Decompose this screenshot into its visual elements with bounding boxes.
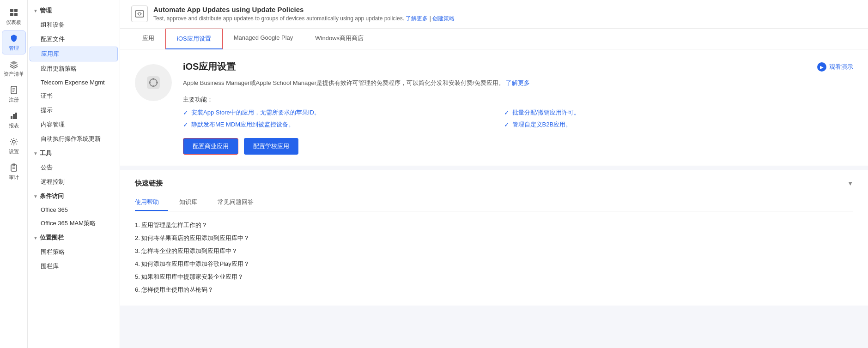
tab-ios-settings[interactable]: iOS应用设置 — [165, 29, 223, 49]
faq-list: 1. 应用管理是怎样工作的？ 2. 如何将苹果商店的应用添加到应用库中？ 3. … — [135, 219, 853, 296]
faq-item-4: 4. 如何添加在应用库中添加谷歌Play应用？ — [135, 258, 853, 270]
nav-item-settings[interactable]: 设置 — [2, 134, 26, 158]
sidebar-item-office365[interactable]: Office 365 — [30, 204, 118, 216]
update-policy-banner: Automate App Updates using Update Polici… — [120, 0, 868, 29]
nav-label-assets: 资产清单 — [4, 71, 24, 78]
sidebar: ▼ 管理 组和设备 配置文件 应用库 应用更新策略 Telecom Expens… — [28, 0, 120, 348]
sidebar-section-manage[interactable]: ▼ 管理 — [28, 4, 120, 18]
feature-item-2: ✓ 批量分配/撤销应用许可。 — [504, 108, 807, 117]
features-title: 主要功能： — [183, 96, 806, 104]
sidebar-item-office365-mam[interactable]: Office 365 MAM策略 — [30, 216, 118, 230]
sidebar-section-geofence[interactable]: ▼ 位置围栏 — [28, 231, 120, 245]
feature-item-1: ✓ 安装App Store中的应用，无需所要求的苹果ID。 — [183, 108, 486, 117]
svg-rect-2 — [10, 13, 13, 16]
svg-point-16 — [138, 12, 141, 15]
quick-links-tab-faq[interactable]: 常见问题回答 — [218, 194, 263, 211]
ios-learn-more-link[interactable]: 了解更多 — [506, 79, 530, 86]
sidebar-item-profile[interactable]: 配置文件 — [30, 32, 118, 46]
nav-item-reports[interactable]: 报表 — [2, 108, 26, 132]
sidebar-item-announce[interactable]: 公告 — [30, 161, 118, 174]
tab-content: iOS应用设置 Apple Business Manager或Apple Sch… — [120, 49, 868, 348]
svg-point-20 — [152, 85, 154, 87]
chevron-geofence-icon: ▼ — [33, 235, 38, 240]
sidebar-item-remote-control[interactable]: 远程控制 — [30, 175, 118, 189]
sidebar-section-geofence-label: 位置围栏 — [40, 234, 64, 242]
check-icon-2: ✓ — [504, 109, 510, 116]
nav-item-assets[interactable]: 资产清单 — [2, 56, 26, 80]
svg-rect-3 — [14, 13, 18, 16]
ios-app-icon — [135, 64, 172, 101]
nav-item-manage[interactable]: 管理 — [2, 30, 26, 54]
main-tabs: 应用 iOS应用设置 Managed Google Play Windows商用… — [120, 29, 868, 49]
faq-item-2: 2. 如何将苹果商店的应用添加到应用库中？ — [135, 232, 853, 245]
faq-item-3: 3. 怎样将企业的应用添加到应用库中？ — [135, 245, 853, 258]
action-buttons: 配置商业应用 配置学校应用 — [183, 138, 806, 155]
sidebar-item-telecom[interactable]: Telecom Expense Mgmt — [30, 76, 118, 89]
quick-links-tabs: 使用帮助 知识库 常见问题回答 — [135, 194, 853, 211]
quick-links-title: 快速链接 — [135, 179, 163, 188]
sidebar-item-notify[interactable]: 提示 — [30, 103, 118, 117]
quick-links-tab-help[interactable]: 使用帮助 — [135, 194, 168, 211]
main-content: Automate App Updates using Update Polici… — [120, 0, 868, 348]
tab-google-play[interactable]: Managed Google Play — [223, 29, 304, 49]
ios-details: iOS应用设置 Apple Business Manager或Apple Sch… — [183, 60, 806, 155]
sidebar-item-fence-policy[interactable]: 围栏策略 — [30, 245, 118, 259]
sidebar-item-app-update[interactable]: 应用更新策略 — [30, 62, 118, 76]
svg-rect-15 — [135, 11, 144, 17]
layers-icon — [9, 59, 19, 69]
banner-learn-more-link[interactable]: 了解更多 — [406, 15, 428, 22]
chevron-conditional-icon: ▼ — [33, 194, 38, 199]
banner-title: Automate App Updates using Update Polici… — [153, 6, 455, 13]
quick-links-tab-knowledge[interactable]: 知识库 — [179, 194, 206, 211]
chevron-tools-icon: ▼ — [33, 151, 38, 156]
quick-links-section: 快速链接 ▼ 使用帮助 知识库 常见问题回答 1. 应用管理是怎样工作的？ — [120, 170, 868, 306]
sidebar-section-conditional-label: 条件访问 — [40, 192, 64, 200]
nav-label-audit: 审计 — [9, 174, 19, 181]
nav-label-reports: 报表 — [9, 122, 19, 129]
svg-point-22 — [156, 82, 158, 84]
sidebar-item-content[interactable]: 内容管理 — [30, 118, 118, 132]
banner-subtitle: Test, approve and distribute app updates… — [153, 15, 455, 23]
quick-links-collapse-icon[interactable]: ▼ — [847, 180, 853, 187]
watch-demo-button[interactable]: ▶ 观看演示 — [817, 60, 853, 72]
quick-links-header: 快速链接 ▼ — [135, 179, 853, 188]
nav-label-settings: 设置 — [9, 148, 19, 155]
sidebar-item-app-library[interactable]: 应用库 — [30, 47, 118, 61]
svg-point-19 — [152, 78, 154, 80]
configure-business-button[interactable]: 配置商业应用 — [183, 138, 238, 155]
faq-item-5: 5. 如果和应用库中提那家安装企业应用？ — [135, 270, 853, 283]
feature-item-4: ✓ 管理自定义B2B应用。 — [504, 120, 807, 129]
chevron-manage-icon: ▼ — [33, 8, 38, 13]
gear-icon — [9, 137, 19, 147]
tab-windows-store[interactable]: Windows商用商店 — [304, 29, 375, 49]
sidebar-section-tools[interactable]: ▼ 工具 — [28, 146, 120, 160]
sidebar-item-fence-lib[interactable]: 围栏库 — [30, 259, 118, 273]
banner-create-link[interactable]: 创建策略 — [432, 15, 455, 22]
ios-settings-desc: Apple Business Manager或Apple School Mana… — [183, 78, 806, 88]
svg-rect-9 — [13, 114, 15, 119]
file-text-icon — [9, 85, 19, 95]
sidebar-item-cert[interactable]: 证书 — [30, 89, 118, 103]
sidebar-item-auto-exec[interactable]: 自动执行操作系统更新 — [30, 132, 118, 146]
sidebar-section-conditional[interactable]: ▼ 条件访问 — [28, 189, 120, 203]
nav-label-dashboard: 仪表板 — [6, 19, 21, 26]
faq-item-6: 6. 怎样使用主使用的丛枪码？ — [135, 283, 853, 296]
grid-icon — [9, 7, 19, 18]
ios-settings-title: iOS应用设置 — [183, 60, 806, 73]
play-icon: ▶ — [817, 62, 826, 72]
tab-apps[interactable]: 应用 — [131, 29, 165, 49]
banner-text: Automate App Updates using Update Polici… — [153, 6, 455, 23]
check-icon-3: ✓ — [183, 121, 188, 128]
nav-item-register[interactable]: 注册 — [2, 82, 26, 106]
nav-item-audit[interactable]: 审计 — [2, 160, 26, 184]
configure-school-button[interactable]: 配置学校应用 — [244, 138, 298, 155]
check-icon-1: ✓ — [183, 109, 188, 116]
clipboard-icon — [9, 162, 19, 173]
bar-chart-icon — [9, 111, 19, 121]
nav-item-dashboard[interactable]: 仪表板 — [2, 5, 26, 29]
svg-rect-10 — [15, 113, 17, 119]
svg-rect-0 — [10, 9, 13, 12]
svg-point-11 — [12, 140, 15, 143]
sidebar-item-group-device[interactable]: 组和设备 — [30, 18, 118, 32]
nav-label-register: 注册 — [9, 96, 19, 103]
